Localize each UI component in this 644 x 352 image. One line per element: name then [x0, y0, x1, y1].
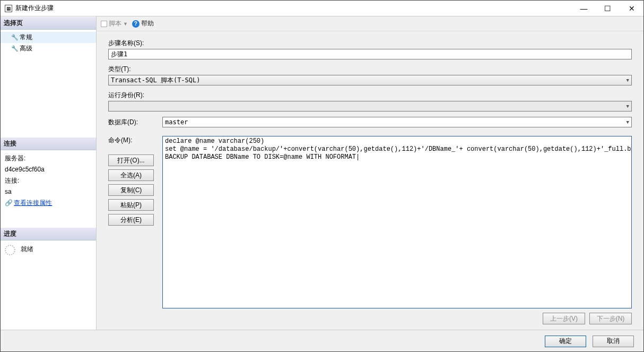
content-area: 脚本 ▼ ? 帮助 步骤名称(S): 类型(T): Transact-SQL 脚…: [96, 16, 643, 330]
main-area: 选择页 🔧 常规 🔧 高级 连接 服务器: d4ce9c5cf60a 连接: s…: [1, 16, 643, 330]
app-icon: ▦: [5, 5, 12, 12]
sidebar-gap: [1, 56, 96, 137]
database-label: 数据库(D):: [108, 118, 154, 127]
select-page-header: 选择页: [1, 16, 96, 30]
sidebar-item-label: 高级: [20, 44, 32, 53]
runas-row: 运行身份(R): ▼: [108, 91, 632, 111]
database-row: 数据库(D): master ▼: [108, 117, 632, 127]
nav-row: 上一步(V) 下一步(N): [108, 308, 632, 324]
connection-header: 连接: [1, 137, 96, 150]
footer: 确定 取消: [1, 330, 643, 352]
title-bar: ▦ 新建作业步骤 — ☐ ✕: [1, 1, 643, 16]
conn-value: sa: [5, 187, 92, 197]
script-icon: [101, 21, 107, 27]
connection-icon: 🔗: [5, 198, 12, 208]
next-button[interactable]: 下一步(N): [589, 313, 632, 324]
progress-header: 进度: [1, 227, 96, 241]
command-textarea-wrap: [162, 136, 632, 308]
parse-button[interactable]: 分析(E): [108, 214, 154, 226]
server-label: 服务器:: [5, 153, 92, 164]
command-section: 命令(M): 打开(O)... 全选(A) 复制(C) 粘贴(P) 分析(E): [108, 136, 632, 308]
chevron-down-icon: ▼: [626, 78, 629, 83]
step-name-label: 步骤名称(S):: [108, 39, 632, 48]
sidebar-item-label: 常规: [20, 33, 32, 42]
cancel-button[interactable]: 取消: [593, 336, 634, 347]
window-title: 新建作业步骤: [15, 4, 572, 13]
minimize-button[interactable]: —: [572, 1, 596, 16]
maximize-button[interactable]: ☐: [596, 1, 620, 16]
chevron-down-icon: ▼: [626, 104, 629, 109]
select-all-button[interactable]: 全选(A): [108, 169, 154, 181]
sidebar-item-general[interactable]: 🔧 常规: [1, 32, 96, 43]
form-area: 步骤名称(S): 类型(T): Transact-SQL 脚本(T-SQL) ▼…: [97, 31, 643, 330]
database-value: master: [165, 118, 188, 126]
page-list: 🔧 常规 🔧 高级: [1, 30, 96, 56]
open-button[interactable]: 打开(O)...: [108, 154, 154, 166]
script-dropdown[interactable]: 脚本 ▼: [101, 19, 128, 28]
step-name-input[interactable]: [108, 49, 632, 59]
chevron-down-icon: ▼: [123, 21, 128, 27]
step-name-row: 步骤名称(S):: [108, 39, 632, 59]
view-connection-properties[interactable]: 🔗 查看连接属性: [5, 198, 92, 208]
chevron-down-icon: ▼: [626, 119, 629, 125]
prev-button[interactable]: 上一步(V): [543, 313, 585, 324]
view-props-link[interactable]: 查看连接属性: [14, 199, 52, 207]
progress-panel: 就绪: [1, 241, 96, 330]
command-label: 命令(M):: [108, 136, 154, 145]
help-button[interactable]: ? 帮助: [132, 19, 154, 28]
conn-label: 连接:: [5, 176, 92, 186]
close-button[interactable]: ✕: [620, 1, 643, 16]
progress-status: 就绪: [21, 245, 33, 254]
help-icon: ?: [132, 20, 140, 28]
ok-button[interactable]: 确定: [545, 336, 586, 347]
paste-button[interactable]: 粘贴(P): [108, 199, 154, 211]
wrench-icon: 🔧: [11, 34, 18, 41]
spinner-icon: [5, 245, 15, 255]
type-value: Transact-SQL 脚本(T-SQL): [111, 76, 201, 85]
type-label: 类型(T):: [108, 65, 632, 74]
sidebar: 选择页 🔧 常规 🔧 高级 连接 服务器: d4ce9c5cf60a 连接: s…: [1, 16, 96, 330]
command-left-panel: 命令(M): 打开(O)... 全选(A) 复制(C) 粘贴(P) 分析(E): [108, 136, 154, 308]
content-toolbar: 脚本 ▼ ? 帮助: [97, 16, 643, 31]
type-combo[interactable]: Transact-SQL 脚本(T-SQL) ▼: [108, 75, 632, 85]
connection-gap: [1, 212, 96, 227]
type-row: 类型(T): Transact-SQL 脚本(T-SQL) ▼: [108, 65, 632, 85]
command-textarea[interactable]: [162, 136, 632, 308]
runas-combo[interactable]: ▼: [108, 101, 632, 111]
sidebar-item-advanced[interactable]: 🔧 高级: [1, 43, 96, 54]
server-value: d4ce9c5cf60a: [5, 165, 92, 175]
wrench-icon: 🔧: [11, 45, 18, 52]
copy-button[interactable]: 复制(C): [108, 184, 154, 196]
runas-label: 运行身份(R):: [108, 91, 632, 100]
database-combo[interactable]: master ▼: [162, 117, 632, 127]
connection-panel: 服务器: d4ce9c5cf60a 连接: sa 🔗 查看连接属性: [1, 150, 96, 213]
